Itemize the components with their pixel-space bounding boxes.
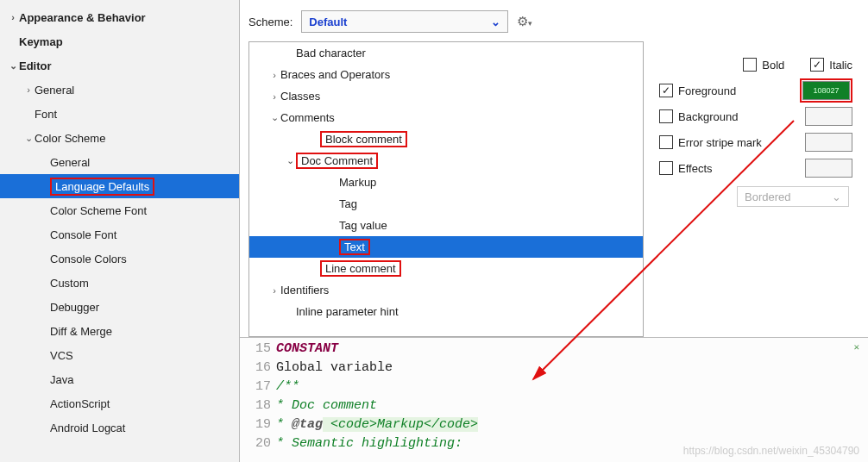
errorstripe-checkbox[interactable]: Error stripe mark (659, 135, 798, 149)
gear-icon[interactable]: ⚙▾ (517, 14, 532, 29)
attribute-tree-item[interactable]: ›Identifiers (249, 279, 643, 301)
line-number: 18 (247, 398, 271, 417)
sidebar-item-label: Editor (19, 59, 52, 72)
attribute-tree-label: Inline parameter hint (296, 305, 399, 318)
sidebar-item[interactable]: Console Font (0, 222, 239, 247)
attribute-tree-item[interactable]: Block comment (249, 128, 643, 150)
line-number: 15 (247, 341, 271, 360)
code-text: * Doc comment (276, 398, 377, 417)
sidebar-item-label: Language Defaults (50, 178, 154, 196)
sidebar-item-label: Color Scheme Font (50, 204, 147, 217)
sidebar-item-label: Console Colors (50, 253, 127, 265)
attribute-tree-item[interactable]: Bad character (249, 42, 643, 64)
sidebar-item[interactable]: ⌄Editor (0, 53, 239, 78)
checkbox-icon (659, 135, 673, 149)
close-icon[interactable]: ✕ (853, 341, 859, 353)
sidebar-item[interactable]: Font (0, 102, 239, 126)
attribute-tree-label: Markup (339, 176, 376, 189)
chevron-right-icon: › (7, 12, 19, 22)
chevron-down-icon: ⌄ (284, 155, 296, 166)
code-line: 17/** (247, 379, 868, 398)
chevron-right-icon: › (268, 91, 280, 102)
sidebar-item-label: Java (50, 373, 73, 386)
chevron-down-icon: ⌄ (268, 112, 280, 123)
chevron-down-icon: ⌄ (491, 16, 500, 28)
effect-type-dropdown: Bordered ⌄ (737, 186, 849, 207)
background-swatch[interactable] (805, 107, 852, 126)
code-text: Global variable (276, 360, 393, 379)
background-checkbox[interactable]: Background (659, 109, 798, 123)
attribute-tree-label: Line comment (320, 260, 401, 277)
chevron-down-icon: ⌄ (22, 133, 35, 144)
sidebar-item[interactable]: Console Colors (0, 247, 239, 271)
attribute-tree-item[interactable]: ⌄Comments (249, 107, 643, 128)
sidebar-item[interactable]: ›General (0, 78, 239, 102)
sidebar-item[interactable]: Language Defaults (0, 174, 239, 198)
scheme-value: Default (309, 16, 347, 28)
attribute-tree-item[interactable]: Tag value (249, 215, 643, 236)
sidebar-item[interactable]: Keymap (0, 29, 239, 53)
sidebar-item[interactable]: ⌄Color Scheme (0, 126, 239, 150)
sidebar-item-label: Debugger (50, 301, 99, 314)
chevron-down-icon: ⌄ (832, 190, 841, 203)
sidebar-item[interactable]: VCS (0, 343, 239, 367)
attribute-tree-item[interactable]: ›Classes (249, 85, 643, 107)
errorstripe-swatch[interactable] (805, 133, 852, 152)
attribute-tree-item[interactable]: Text (249, 236, 643, 258)
attribute-tree-label: Identifiers (280, 284, 329, 297)
scheme-dropdown[interactable]: Default ⌄ (301, 10, 508, 33)
attribute-tree-item[interactable]: Markup (249, 172, 643, 193)
code-line: 15CONSTANT (247, 341, 868, 360)
sidebar-item-label: VCS (50, 349, 73, 362)
sidebar-item-label: General (50, 156, 90, 169)
chevron-right-icon: › (22, 84, 35, 95)
sidebar-item-label: Android Logcat (50, 421, 125, 434)
line-number: 20 (247, 436, 271, 455)
attribute-tree-label: Text (339, 239, 370, 255)
sidebar-item-label: Custom (50, 277, 89, 290)
checkbox-icon: ✓ (659, 84, 673, 97)
sidebar-item[interactable]: Java (0, 367, 239, 391)
attribute-tree-item[interactable]: Inline parameter hint (249, 301, 643, 322)
attribute-tree-label: Tag (339, 197, 357, 210)
checkbox-icon (743, 58, 757, 72)
watermark: https://blog.csdn.net/weixin_45304790 (683, 445, 859, 457)
checkbox-icon (659, 161, 673, 175)
sidebar-item-label: Keymap (19, 35, 63, 48)
chevron-right-icon: › (268, 70, 280, 80)
attribute-tree-label: Tag value (339, 219, 387, 232)
sidebar-item[interactable]: General (0, 150, 239, 174)
code-text: /** (276, 379, 299, 398)
line-number: 16 (247, 360, 271, 379)
bold-checkbox[interactable]: Bold (743, 58, 784, 72)
sidebar-item[interactable]: ActionScript (0, 391, 239, 415)
sidebar-item-label: Appearance & Behavior (19, 11, 146, 24)
foreground-swatch-highlight: 108027 (800, 78, 852, 103)
effects-swatch[interactable] (805, 159, 852, 178)
foreground-swatch[interactable]: 108027 (802, 81, 850, 100)
attribute-tree-label: Bad character (296, 47, 366, 59)
code-text: * Semantic highlighting: (276, 436, 462, 455)
sidebar-item-label: Font (35, 108, 57, 121)
attribute-tree-label: Doc Comment (296, 153, 378, 169)
foreground-checkbox[interactable]: ✓ Foreground (659, 84, 793, 97)
sidebar-item[interactable]: Custom (0, 271, 239, 295)
sidebar-item[interactable]: Diff & Merge (0, 319, 239, 343)
attribute-tree-item[interactable]: ⌄Doc Comment (249, 150, 643, 172)
italic-checkbox[interactable]: ✓ Italic (810, 58, 852, 72)
effects-checkbox[interactable]: Effects (659, 161, 798, 175)
code-line: 19 * @tag <code>Markup</code> (247, 417, 868, 436)
attribute-tree-label: Block comment (320, 131, 407, 147)
chevron-right-icon: › (268, 285, 280, 296)
sidebar-item-label: Diff & Merge (50, 325, 112, 338)
sidebar-item[interactable]: Android Logcat (0, 415, 239, 440)
checkbox-icon (659, 109, 673, 123)
scheme-label: Scheme: (248, 16, 292, 28)
sidebar-item[interactable]: Debugger (0, 295, 239, 319)
sidebar-item[interactable]: Color Scheme Font (0, 198, 239, 222)
attribute-tree-item[interactable]: Line comment (249, 258, 643, 279)
attribute-tree-item[interactable]: ›Braces and Operators (249, 64, 643, 85)
attribute-tree-label: Comments (280, 111, 335, 124)
sidebar-item[interactable]: ›Appearance & Behavior (0, 5, 239, 29)
attribute-tree-item[interactable]: Tag (249, 193, 643, 215)
